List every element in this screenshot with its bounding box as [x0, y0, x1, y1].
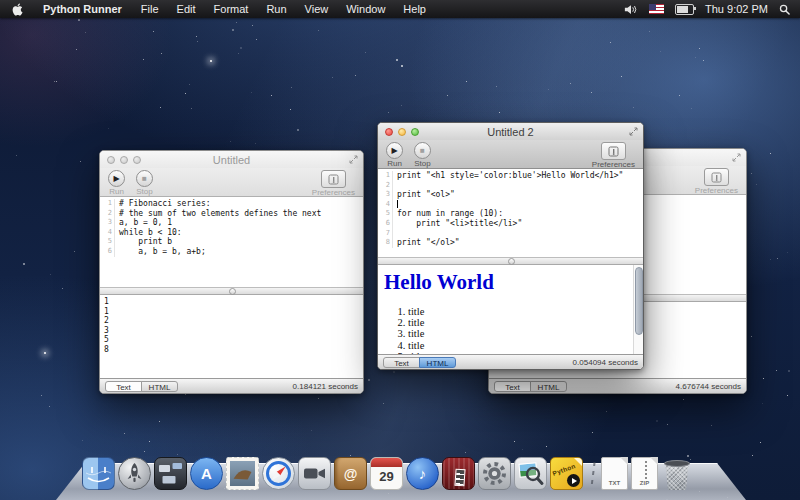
splitter-grip-icon[interactable]: [229, 288, 236, 295]
dock-trash[interactable]: [661, 459, 693, 490]
dock-finder[interactable]: [82, 457, 115, 490]
menu-clock[interactable]: Thu 9:02 PM: [705, 3, 768, 15]
scrollbar-thumb[interactable]: [635, 267, 643, 335]
code-line: # the sum of two elements defines the ne…: [115, 209, 321, 219]
run-button[interactable]: ▶ Run: [386, 142, 403, 168]
text-mode-button[interactable]: Text: [105, 381, 142, 392]
close-button[interactable]: [107, 156, 115, 164]
spotlight-icon[interactable]: [779, 4, 790, 15]
splitter-grip-icon[interactable]: [508, 258, 515, 265]
calendar-icon: 29: [370, 457, 403, 490]
trash-rim: [664, 460, 690, 467]
dock-safari[interactable]: [262, 457, 295, 490]
output-line: 8: [104, 345, 359, 355]
dock-ical[interactable]: 29: [370, 457, 403, 490]
photo-booth-icon: [442, 457, 475, 490]
finder-face-icon: [82, 457, 115, 490]
bright-star: [210, 60, 212, 62]
pane-splitter[interactable]: [378, 257, 643, 265]
status-bar: Text HTML 0.054094 seconds: [378, 354, 643, 369]
output-pane: 1 1 2 3 5 8: [100, 295, 363, 378]
titlebar[interactable]: Untitled: [100, 151, 363, 168]
menu-window[interactable]: Window: [337, 3, 394, 15]
dock-python-runner[interactable]: Python: [550, 457, 583, 490]
input-source-flag-icon[interactable]: [649, 4, 664, 14]
menu-help[interactable]: Help: [394, 3, 435, 15]
battery-icon[interactable]: [675, 4, 694, 15]
address-book-icon: @: [334, 457, 367, 490]
text-mode-button[interactable]: Text: [494, 381, 531, 392]
output-mode-switch: Text HTML: [105, 381, 178, 392]
dock-mission-control[interactable]: [154, 457, 187, 490]
dock-txt-document[interactable]: TXT: [601, 457, 628, 490]
fullscreen-icon[interactable]: [732, 153, 741, 162]
pane-splitter[interactable]: [100, 287, 363, 295]
dock-mail[interactable]: [226, 457, 259, 490]
menu-bar: Python Runner File Edit Format Run View …: [0, 0, 800, 18]
calendar-day: 29: [371, 467, 402, 487]
zoom-button[interactable]: [133, 156, 141, 164]
dock-divider: [586, 460, 598, 490]
code-editor[interactable]: 1print "<h1 style='color:blue'>Hello Wor…: [378, 169, 643, 257]
dock-photo-booth[interactable]: [442, 457, 475, 490]
fullscreen-icon[interactable]: [629, 127, 638, 136]
close-button[interactable]: [385, 128, 393, 136]
dock-system-preferences[interactable]: [478, 457, 511, 490]
run-button[interactable]: ▶ Run: [108, 170, 125, 196]
dock-launchpad[interactable]: [118, 457, 151, 490]
dock-app-store[interactable]: A: [190, 457, 223, 490]
minimize-button[interactable]: [398, 128, 406, 136]
volume-icon[interactable]: [624, 4, 638, 15]
code-line: print "</ol>": [393, 238, 460, 248]
code-editor[interactable]: 1# Fibonacci series: 2# the sum of two e…: [100, 197, 363, 287]
preferences-icon: [328, 174, 339, 185]
preferences-icon: [608, 146, 619, 157]
output-mode-switch: Text HTML: [383, 357, 456, 368]
list-item: title: [408, 340, 643, 351]
fullscreen-icon[interactable]: [349, 155, 358, 164]
menu-run[interactable]: Run: [257, 3, 295, 15]
menu-format[interactable]: Format: [205, 3, 258, 15]
output-list: title title title title title title: [378, 306, 643, 354]
dock-address-book[interactable]: @: [334, 457, 367, 490]
window-untitled-2: Untitled 2 ▶ Run ■ Stop Preferences: [377, 122, 644, 370]
menu-file[interactable]: File: [132, 3, 168, 15]
menu-view[interactable]: View: [296, 3, 338, 15]
html-mode-button[interactable]: HTML: [419, 357, 456, 368]
python-runner-icon: Python: [550, 457, 583, 490]
traffic-lights: [378, 128, 419, 136]
dock-zip-archive[interactable]: ZIP: [631, 457, 658, 490]
dock-preview[interactable]: [514, 457, 547, 490]
photo-strip-icon: [454, 469, 465, 487]
windows-icon: [154, 457, 187, 490]
html-mode-button[interactable]: HTML: [530, 381, 567, 392]
status-bar: Text HTML 0.184121 seconds: [100, 378, 363, 393]
output-heading: Hello World: [384, 270, 643, 295]
dock-itunes[interactable]: ♪: [406, 457, 439, 490]
preferences-button[interactable]: Preferences: [312, 170, 355, 197]
apple-menu[interactable]: [0, 3, 33, 16]
code-line: for num in range (10):: [393, 209, 503, 219]
dock-facetime[interactable]: [298, 457, 331, 490]
menu-edit[interactable]: Edit: [168, 3, 205, 15]
titlebar[interactable]: Untitled 2: [378, 123, 643, 140]
gear-icon: [478, 457, 511, 490]
play-icon: [567, 474, 580, 487]
compass-needle-icon: [262, 457, 295, 490]
code-line: a, b = b, a+b;: [115, 247, 206, 257]
preferences-button[interactable]: Preferences: [695, 168, 738, 195]
apple-icon: [12, 3, 23, 16]
stop-button[interactable]: ■ Stop: [136, 170, 153, 196]
scrollbar[interactable]: [633, 265, 643, 354]
rocket-icon: [118, 457, 151, 490]
preferences-button[interactable]: Preferences: [592, 142, 635, 169]
html-mode-button[interactable]: HTML: [141, 381, 178, 392]
zoom-button[interactable]: [411, 128, 419, 136]
stop-button[interactable]: ■ Stop: [414, 142, 431, 168]
minimize-button[interactable]: [120, 156, 128, 164]
toolbar: ▶ Run ■ Stop Preferences: [378, 140, 643, 169]
text-mode-button[interactable]: Text: [383, 357, 420, 368]
output-line: 1: [104, 307, 359, 317]
app-menu[interactable]: Python Runner: [33, 3, 132, 15]
app-store-icon: A: [190, 457, 223, 490]
